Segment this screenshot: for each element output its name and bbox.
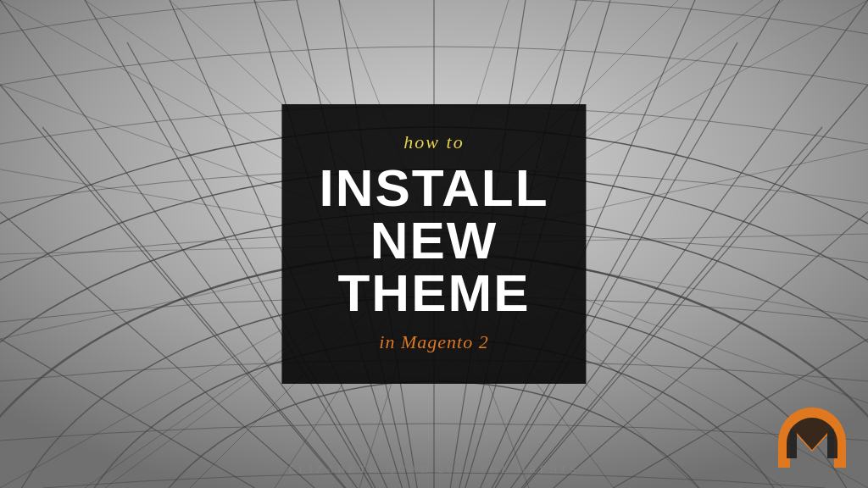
sub-label: in Magento 2 — [319, 331, 548, 353]
main-title: INSTALL NEW THEME — [319, 162, 548, 319]
background-image: ELIZABBTH QUAD 2000 THE GREATS how to IN… — [0, 0, 868, 488]
center-card: how to INSTALL NEW THEME in Magento 2 — [281, 104, 586, 384]
title-line3: THEME — [319, 267, 548, 319]
magento-logo — [778, 406, 846, 469]
title-line2: NEW — [319, 214, 548, 267]
svg-text:ELIZABBTH QUAD 2000 THE GREATS: ELIZABBTH QUAD 2000 THE GREATS — [289, 463, 580, 475]
how-to-label: how to — [319, 131, 548, 153]
title-line1: INSTALL — [319, 162, 548, 214]
